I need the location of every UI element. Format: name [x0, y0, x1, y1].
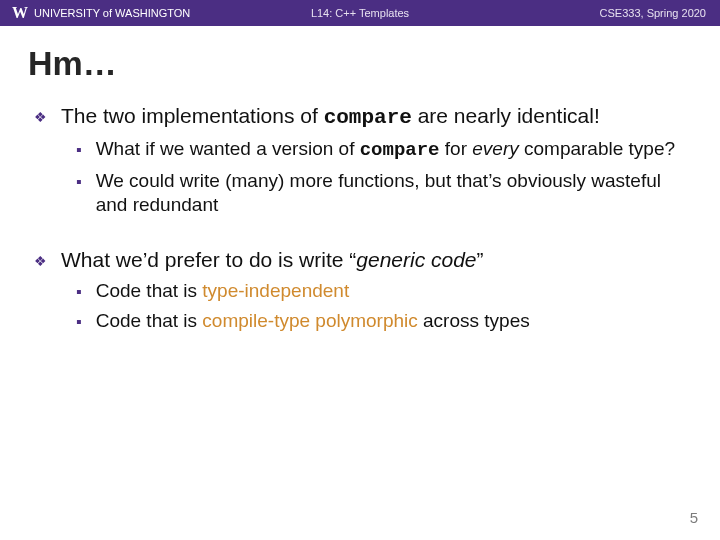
text-span: are nearly identical!	[412, 104, 600, 127]
lecture-title: L14: C++ Templates	[311, 7, 409, 19]
bullet-text: The two implementations of compare are n…	[61, 103, 600, 131]
text-span: ”	[477, 248, 484, 271]
bullet-text: Code that is type-independent	[96, 279, 350, 303]
square-bullet-icon: ▪	[76, 140, 82, 160]
slide-header: W UNIVERSITY of WASHINGTON L14: C++ Temp…	[0, 0, 720, 26]
code-span: compare	[324, 106, 412, 129]
square-bullet-icon: ▪	[76, 312, 82, 332]
emphasis-span: generic code	[356, 248, 476, 271]
diamond-bullet-icon: ❖	[34, 109, 47, 127]
text-span: Code that is	[96, 280, 203, 301]
text-span: What if we wanted a version of	[96, 138, 360, 159]
bullet-item: ❖ The two implementations of compare are…	[34, 103, 692, 131]
logo-block: W UNIVERSITY of WASHINGTON	[0, 4, 190, 22]
accent-span: compile-type polymorphic	[202, 310, 417, 331]
page-number: 5	[690, 509, 698, 526]
sub-bullet-item: ▪ We could write (many) more functions, …	[76, 169, 692, 217]
emphasis-span: every	[472, 138, 518, 159]
university-name: UNIVERSITY of WASHINGTON	[34, 7, 190, 19]
bullet-text: We could write (many) more functions, bu…	[96, 169, 692, 217]
text-span: across types	[418, 310, 530, 331]
bullet-item: ❖ What we’d prefer to do is write “gener…	[34, 247, 692, 273]
slide-title: Hm…	[28, 44, 692, 83]
accent-span: type-independent	[202, 280, 349, 301]
sub-bullet-item: ▪ What if we wanted a version of compare…	[76, 137, 692, 163]
square-bullet-icon: ▪	[76, 172, 82, 192]
text-span: The two implementations of	[61, 104, 324, 127]
diamond-bullet-icon: ❖	[34, 253, 47, 271]
uw-w-logo-icon: W	[12, 4, 28, 22]
bullet-text: What we’d prefer to do is write “generic…	[61, 247, 484, 273]
square-bullet-icon: ▪	[76, 282, 82, 302]
slide-content: Hm… ❖ The two implementations of compare…	[0, 26, 720, 332]
text-span: for	[440, 138, 473, 159]
text-span: comparable type?	[519, 138, 675, 159]
bullet-text: What if we wanted a version of compare f…	[96, 137, 675, 163]
sub-bullet-item: ▪ Code that is compile-type polymorphic …	[76, 309, 692, 333]
bullet-text: Code that is compile-type polymorphic ac…	[96, 309, 530, 333]
text-span: What we’d prefer to do is write “	[61, 248, 356, 271]
sub-bullet-item: ▪ Code that is type-independent	[76, 279, 692, 303]
text-span: Code that is	[96, 310, 203, 331]
course-term: CSE333, Spring 2020	[600, 7, 706, 19]
code-span: compare	[360, 139, 440, 161]
